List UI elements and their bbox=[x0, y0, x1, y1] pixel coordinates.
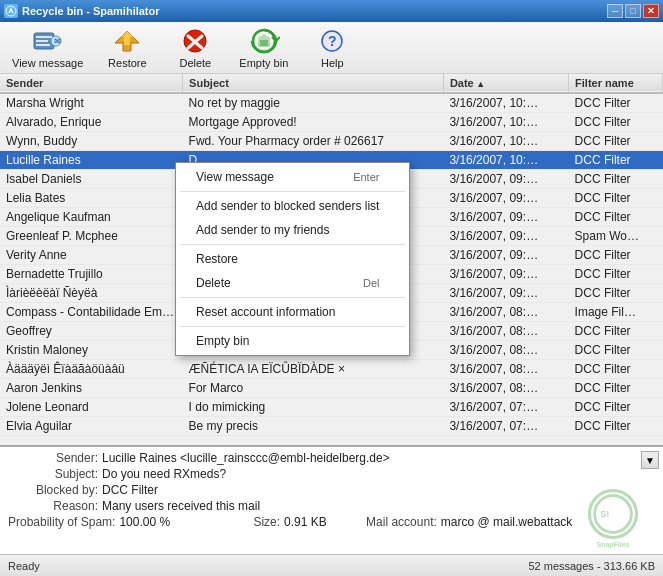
cell-sender: Wynn, Buddy bbox=[0, 132, 183, 151]
cell-sender: Ìàrièëèëàï Ñèyëà bbox=[0, 284, 183, 303]
expand-button[interactable]: ▼ bbox=[641, 451, 659, 469]
context-separator bbox=[180, 244, 405, 245]
cell-filter: DCC Filter bbox=[569, 151, 663, 170]
size-label: Size: bbox=[190, 515, 280, 529]
message-count: 52 messages - 313.66 KB bbox=[528, 560, 655, 572]
cell-subject: ÆÑÉTICA IA EÏCÛBÏDÀDE × bbox=[183, 360, 444, 379]
cell-filter: DCC Filter bbox=[569, 170, 663, 189]
cell-filter: DCC Filter bbox=[569, 132, 663, 151]
table-row[interactable]: Àäääÿëì ÊïàäãàöüàâüÆÑÉTICA IA EÏCÛBÏDÀDE… bbox=[0, 360, 663, 379]
detail-subject-row: Subject: Do you need RXmeds? bbox=[8, 467, 655, 481]
col-header-sender[interactable]: Sender bbox=[0, 74, 183, 93]
cell-filter: DCC Filter bbox=[569, 417, 663, 436]
delete-label: Delete bbox=[179, 57, 211, 69]
window-title: Recycle bin - Spamihilator bbox=[22, 5, 160, 17]
col-header-date[interactable]: Date bbox=[443, 74, 568, 93]
table-row[interactable]: Alvarado, EnriqueMortgage Approved!3/16/… bbox=[0, 113, 663, 132]
svg-text:?: ? bbox=[328, 33, 337, 49]
app-icon bbox=[4, 4, 18, 18]
blocked-label: Blocked by: bbox=[8, 483, 98, 497]
subject-label: Subject: bbox=[8, 467, 98, 481]
context-item-label: View message bbox=[196, 170, 274, 184]
cell-subject: Fwd. Your Pharmacy order # 026617 bbox=[183, 132, 444, 151]
cell-sender: Marsha Wright bbox=[0, 93, 183, 113]
context-menu: View messageEnterAdd sender to blocked s… bbox=[175, 162, 410, 356]
context-menu-item[interactable]: Reset account information bbox=[176, 300, 409, 324]
col-header-subject[interactable]: Subject bbox=[183, 74, 444, 93]
context-menu-item[interactable]: Empty bin bbox=[176, 329, 409, 353]
delete-icon bbox=[179, 27, 211, 55]
restore-button[interactable]: Restore bbox=[97, 23, 157, 73]
cell-sender: Isabel Daniels bbox=[0, 170, 183, 189]
watermark-text: SnapFiles bbox=[596, 541, 629, 548]
help-button[interactable]: ? Help bbox=[302, 23, 362, 73]
context-menu-item[interactable]: View messageEnter bbox=[176, 165, 409, 189]
main-content: Sender Subject Date Filter name Marsha W… bbox=[0, 74, 663, 554]
cell-subject: Be my precis bbox=[183, 417, 444, 436]
context-item-label: Add sender to my friends bbox=[196, 223, 329, 237]
cell-subject: I do mimicking bbox=[183, 398, 444, 417]
watermark: S! SnapFiles bbox=[573, 491, 653, 546]
context-menu-item[interactable]: Restore bbox=[176, 247, 409, 271]
cell-sender: Kristin Maloney bbox=[0, 341, 183, 360]
help-icon: ? bbox=[316, 27, 348, 55]
delete-button[interactable]: Delete bbox=[165, 23, 225, 73]
subject-value: Do you need RXmeds? bbox=[102, 467, 655, 481]
empty-bin-button[interactable]: Empty bin bbox=[233, 23, 294, 73]
table-row[interactable]: Elvia AguilarBe my precis3/16/2007, 07:…… bbox=[0, 417, 663, 436]
cell-filter: DCC Filter bbox=[569, 398, 663, 417]
detail-panel: ▼ Sender: Lucille Raines <lucille_rainsc… bbox=[0, 446, 663, 554]
cell-filter: DCC Filter bbox=[569, 208, 663, 227]
context-item-label: Restore bbox=[196, 252, 238, 266]
svg-rect-2 bbox=[36, 36, 52, 38]
context-separator bbox=[180, 191, 405, 192]
table-row[interactable]: Jolene LeonardI do mimicking3/16/2007, 0… bbox=[0, 398, 663, 417]
cell-date: 3/16/2007, 10:… bbox=[443, 151, 568, 170]
size-value: 0.91 KB bbox=[284, 515, 327, 529]
cell-date: 3/16/2007, 09:… bbox=[443, 208, 568, 227]
sender-value: Lucille Raines <lucille_rainsccc@embl-he… bbox=[102, 451, 655, 465]
cell-date: 3/16/2007, 07:… bbox=[443, 398, 568, 417]
table-row[interactable]: Wynn, BuddyFwd. Your Pharmacy order # 02… bbox=[0, 132, 663, 151]
cell-date: 3/16/2007, 07:… bbox=[443, 417, 568, 436]
cell-sender: Greenleaf P. Mcphee bbox=[0, 227, 183, 246]
table-row[interactable]: Aaron JenkinsFor Marco3/16/2007, 08:…DCC… bbox=[0, 379, 663, 398]
svg-rect-11 bbox=[260, 40, 268, 46]
cell-sender: Elvia Aguilar bbox=[0, 417, 183, 436]
status-bar: Ready 52 messages - 313.66 KB bbox=[0, 554, 663, 576]
cell-filter: DCC Filter bbox=[569, 113, 663, 132]
toolbar: ✉ View message Restore Delete bbox=[0, 22, 663, 74]
restore-label: Restore bbox=[108, 57, 147, 69]
email-list-container: Sender Subject Date Filter name Marsha W… bbox=[0, 74, 663, 446]
minimize-button[interactable]: ─ bbox=[607, 4, 623, 18]
cell-date: 3/16/2007, 08:… bbox=[443, 322, 568, 341]
cell-date: 3/16/2007, 09:… bbox=[443, 284, 568, 303]
view-message-button[interactable]: ✉ View message bbox=[6, 23, 89, 73]
detail-stats-row: Probability of Spam: 100.00 % Size: 0.91… bbox=[8, 515, 655, 529]
context-item-shortcut: Enter bbox=[353, 171, 379, 183]
maximize-button[interactable]: □ bbox=[625, 4, 641, 18]
detail-reason-row: Reason: Many users received this mail bbox=[8, 499, 655, 513]
context-menu-item[interactable]: DeleteDel bbox=[176, 271, 409, 295]
col-header-filter[interactable]: Filter name bbox=[569, 74, 663, 93]
cell-filter: Image Fil… bbox=[569, 303, 663, 322]
cell-date: 3/16/2007, 09:… bbox=[443, 246, 568, 265]
title-bar: Recycle bin - Spamihilator ─ □ ✕ bbox=[0, 0, 663, 22]
close-button[interactable]: ✕ bbox=[643, 4, 659, 18]
cell-filter: DCC Filter bbox=[569, 341, 663, 360]
cell-subject: For Marco bbox=[183, 379, 444, 398]
cell-sender: Alvarado, Enrique bbox=[0, 113, 183, 132]
restore-icon bbox=[111, 27, 143, 55]
context-menu-item[interactable]: Add sender to my friends bbox=[176, 218, 409, 242]
context-item-label: Delete bbox=[196, 276, 231, 290]
table-row[interactable]: Marsha WrightNo ret by maggie3/16/2007, … bbox=[0, 93, 663, 113]
cell-filter: DCC Filter bbox=[569, 246, 663, 265]
context-separator bbox=[180, 326, 405, 327]
prob-value: 100.00 % bbox=[119, 515, 170, 529]
cell-date: 3/16/2007, 08:… bbox=[443, 379, 568, 398]
cell-date: 3/16/2007, 10:… bbox=[443, 132, 568, 151]
context-item-label: Empty bin bbox=[196, 334, 249, 348]
context-menu-item[interactable]: Add sender to blocked senders list bbox=[176, 194, 409, 218]
cell-date: 3/16/2007, 09:… bbox=[443, 265, 568, 284]
account-value: marco @ mail.webattack bbox=[441, 515, 573, 529]
